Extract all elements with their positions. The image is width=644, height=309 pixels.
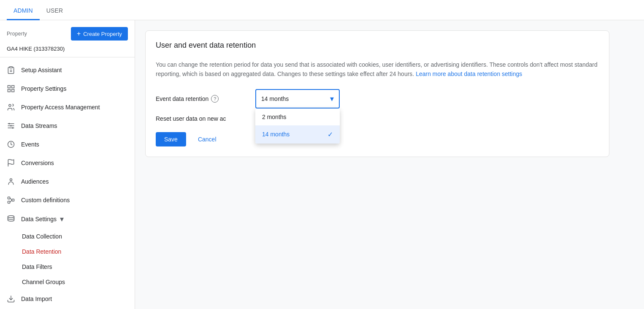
sidebar-item-data-streams[interactable]: Data Streams [0, 117, 135, 135]
dropdown-option-14months[interactable]: 14 months ✓ [255, 125, 340, 144]
sidebar-item-setup-assistant-label: Setup Assistant [21, 67, 62, 73]
sidebar-item-data-import-label: Data Import [21, 295, 52, 302]
save-button[interactable]: Save [156, 132, 186, 146]
sidebar-item-custom-definitions[interactable]: Custom definitions [0, 191, 135, 209]
audience-icon [7, 177, 15, 186]
event-retention-row: Event data retention ? 14 months ▾ 2 mon… [156, 89, 599, 108]
sidebar-item-events[interactable]: Events [0, 135, 135, 154]
svg-rect-5 [8, 89, 11, 92]
data-retention-card: User and event data retention You can ch… [145, 30, 609, 157]
sidebar-property-label: Property [7, 31, 27, 37]
grid-icon [7, 84, 15, 93]
selected-value: 14 months [261, 95, 289, 102]
sidebar-item-property-access[interactable]: Property Access Management [0, 98, 135, 117]
sidebar-subitem-data-retention[interactable]: Data Retention [0, 244, 135, 259]
sidebar-item-property-access-label: Property Access Management [21, 104, 100, 111]
sidebar: Property + Create Property GA4 HIKE (313… [0, 20, 135, 309]
create-property-button[interactable]: + Create Property [71, 27, 128, 41]
flag-icon [7, 159, 15, 167]
database-icon [7, 215, 15, 223]
sidebar-divider [0, 57, 135, 57]
content-area: User and event data retention You can ch… [135, 20, 644, 309]
custom-icon [7, 196, 15, 204]
svg-point-7 [9, 104, 11, 106]
check-icon: ✓ [327, 130, 333, 138]
svg-line-18 [10, 200, 12, 202]
svg-line-17 [10, 198, 12, 200]
sidebar-subitem-data-collection[interactable]: Data Collection [0, 229, 135, 244]
import-icon [7, 295, 15, 303]
sidebar-item-property-settings-label: Property Settings [21, 85, 66, 92]
event-retention-help-icon[interactable]: ? [211, 95, 219, 103]
svg-rect-3 [8, 86, 11, 88]
sidebar-item-conversions-label: Conversions [21, 160, 54, 166]
top-nav: ADMIN USER [0, 0, 644, 20]
users-icon [7, 103, 15, 111]
svg-point-9 [10, 125, 11, 126]
create-property-label: Create Property [83, 31, 122, 37]
sidebar-item-conversions[interactable]: Conversions [0, 154, 135, 172]
sidebar-item-setup-assistant[interactable]: Setup Assistant [0, 61, 135, 79]
svg-rect-14 [8, 197, 10, 199]
tab-user[interactable]: USER [40, 2, 70, 20]
property-name: GA4 HIKE (313378230) [0, 44, 135, 57]
card-description: You can change the retention period for … [156, 60, 599, 79]
event-retention-dropdown: 2 months 14 months ✓ [255, 108, 340, 144]
sidebar-item-data-import[interactable]: Data Import [0, 290, 135, 308]
dropdown-option-2months[interactable]: 2 months [255, 108, 340, 125]
plus-icon: + [77, 30, 81, 38]
sidebar-item-custom-definitions-label: Custom definitions [21, 197, 70, 203]
svg-rect-6 [12, 89, 14, 92]
reset-user-data-label: Reset user data on new ac [156, 115, 249, 122]
svg-point-8 [8, 123, 10, 124]
sidebar-item-data-settings[interactable]: Data Settings ▾ [0, 209, 135, 229]
event-retention-select[interactable]: 14 months ▾ [255, 89, 340, 108]
svg-rect-4 [12, 86, 14, 88]
svg-point-10 [12, 127, 14, 128]
sidebar-subitem-channel-groups[interactable]: Channel Groups [0, 274, 135, 290]
sidebar-nav: Setup Assistant Property Settings [0, 59, 135, 309]
event-retention-select-wrapper: 14 months ▾ 2 months 14 months ✓ [255, 89, 340, 108]
main-layout: Property + Create Property GA4 HIKE (313… [0, 20, 644, 309]
clipboard-icon [7, 66, 15, 74]
reset-user-data-row: Reset user data on new ac [156, 115, 599, 122]
svg-point-19 [8, 216, 14, 218]
svg-rect-0 [10, 67, 13, 68]
event-retention-label: Event data retention ? [156, 95, 249, 103]
sidebar-header: Property + Create Property [0, 20, 135, 44]
sidebar-item-data-streams-label: Data Streams [21, 122, 57, 129]
sidebar-item-property-settings[interactable]: Property Settings [0, 79, 135, 98]
sidebar-item-data-settings-label: Data Settings [21, 216, 57, 222]
form-buttons: Save Cancel [156, 132, 599, 146]
streams-icon [7, 122, 15, 130]
card-title: User and event data retention [156, 41, 599, 50]
tab-admin[interactable]: ADMIN [7, 2, 40, 20]
svg-rect-16 [12, 199, 14, 201]
data-settings-with-arrow: Data Settings ▾ [21, 214, 64, 224]
learn-more-link[interactable]: Learn more about data retention settings [416, 70, 522, 77]
svg-point-13 [10, 179, 12, 181]
sidebar-subitem-data-filters[interactable]: Data Filters [0, 259, 135, 274]
sidebar-item-events-label: Events [21, 141, 39, 148]
cancel-button[interactable]: Cancel [189, 132, 225, 146]
dropdown-arrow-icon: ▾ [330, 94, 334, 103]
events-icon [7, 140, 15, 149]
sidebar-item-audiences[interactable]: Audiences [0, 172, 135, 191]
sidebar-item-audiences-label: Audiences [21, 178, 49, 185]
svg-rect-15 [8, 201, 10, 203]
chevron-down-icon: ▾ [60, 214, 64, 224]
